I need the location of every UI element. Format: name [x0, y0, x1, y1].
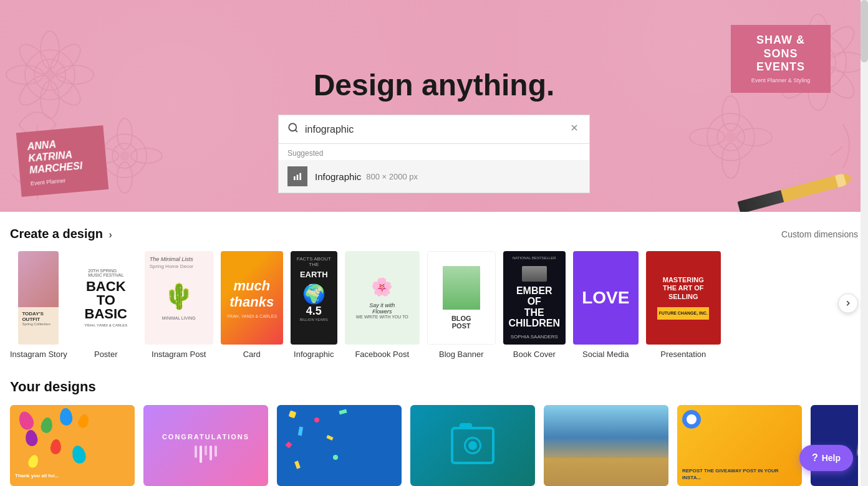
story-image	[18, 251, 59, 307]
camera-icon	[451, 427, 494, 464]
book-author: SOPHIA SAANDERS	[511, 334, 558, 340]
scrollbar-thumb[interactable]	[861, 0, 868, 62]
template-book-cover[interactable]: NATIONAL BESTSELLER EMBER OFTHECHILDREN …	[503, 251, 566, 359]
card-left-name: ANNA KATRINA MARCHESI	[27, 135, 97, 176]
template-label-social-media: Social Media	[582, 350, 629, 359]
design-card-3[interactable]	[277, 405, 402, 486]
search-input[interactable]	[305, 124, 568, 135]
presentation-title-text: MASTERINGTHE ART OFSELLING	[663, 276, 704, 301]
search-icon	[287, 122, 299, 136]
dropdown-item-size: 800 × 2000 px	[366, 172, 418, 181]
svg-line-41	[295, 130, 297, 131]
infographic-headline: EARTH	[300, 270, 328, 279]
design-card-2[interactable]: CONGRATULATIONS	[143, 405, 268, 486]
template-label-poster: Poster	[94, 350, 118, 359]
search-clear-button[interactable]	[568, 122, 581, 137]
template-label-instagram-story: Instagram Story	[10, 350, 67, 359]
template-card[interactable]: muchthanks YRAH, YANDI & CARLES Card	[221, 251, 283, 359]
hero-title: Design anything.	[314, 68, 555, 102]
svg-point-10	[45, 70, 55, 80]
template-label-infographic: Infographic	[294, 350, 334, 359]
presentation-thumb: MASTERINGTHE ART OFSELLING FUTURE CHANGE…	[646, 251, 721, 345]
template-poster[interactable]: 20TH SPRINGMUSIC FESTIVAL BACKTOBASIC YR…	[75, 251, 137, 359]
search-box	[278, 115, 590, 144]
templates-next-button[interactable]	[838, 293, 858, 313]
facebook-post-thumb: 🌸 Say it withFlowers WE WRITE WITH YOU T…	[345, 251, 420, 345]
svg-rect-45	[297, 174, 299, 180]
your-designs-section: Your designs Thank you all for...	[10, 379, 858, 486]
design-card-6[interactable]: REPOST THE GIVEAWAY POST IN YOUR INSTA..…	[677, 405, 802, 486]
help-button[interactable]: ? Help	[799, 445, 853, 471]
design-card-6-label: REPOST THE GIVEAWAY POST IN YOUR INSTA..…	[682, 468, 797, 481]
card-left-title: Event Planner	[30, 174, 98, 188]
templates-row: TODAY'S OUTFIT Spring Collection Instagr…	[10, 251, 858, 359]
template-label-card: Card	[243, 350, 261, 359]
dropdown-suggested-label: Suggested	[279, 144, 589, 160]
help-question-mark: ?	[812, 452, 818, 464]
scrollbar-track[interactable]	[861, 0, 868, 486]
card-thumb: muchthanks YRAH, YANDI & CARLES	[221, 251, 283, 345]
svg-point-40	[289, 123, 296, 131]
poster-thumb: 20TH SPRINGMUSIC FESTIVAL BACKTOBASIC YR…	[75, 251, 137, 345]
dropdown-item-name: Infographic	[315, 171, 361, 182]
template-label-facebook-post: Facebook Post	[355, 350, 409, 359]
infographic-thumb: FACTS ABOUT THE EARTH 🌍 4.5 BILLION YEAR…	[291, 251, 337, 345]
social-title-text: LOVE	[582, 289, 629, 307]
design-card-4[interactable]	[410, 405, 535, 486]
search-container: Suggested Infographic 800 × 2000 px	[278, 115, 590, 144]
svg-point-38	[726, 132, 736, 142]
template-instagram-story[interactable]: TODAY'S OUTFIT Spring Collection Instagr…	[10, 251, 67, 359]
template-presentation[interactable]: MASTERINGTHE ART OFSELLING FUTURE CHANGE…	[646, 251, 721, 359]
designs-grid: Thank you all for... CONGRATULATIONS	[10, 405, 858, 486]
custom-dimensions-button[interactable]: Custom dimensions	[781, 229, 858, 239]
dropdown-item-icon	[287, 166, 307, 186]
template-social-media[interactable]: LOVE Social Media	[573, 251, 639, 359]
card-right-subtitle: Event Planner & Styling	[742, 77, 819, 85]
blog-banner-thumb: BLOGPOST	[427, 251, 496, 345]
template-label-book-cover: Book Cover	[513, 350, 556, 359]
social-media-thumb: LOVE	[573, 251, 639, 345]
instagram-story-thumb: TODAY'S OUTFIT Spring Collection	[18, 251, 59, 345]
poster-title-text: BACKTOBASIC	[85, 280, 127, 321]
template-infographic[interactable]: FACTS ABOUT THE EARTH 🌍 4.5 BILLION YEAR…	[291, 251, 337, 359]
svg-line-39	[831, 146, 843, 156]
hero-card-right: SHAW &SONSEVENTS Event Planner & Styling	[731, 25, 831, 93]
create-section-chevron: ›	[109, 229, 112, 240]
infographic-substat: BILLION YEARS	[300, 318, 328, 322]
hero-banner: ANNA KATRINA MARCHESI Event Planner SHAW…	[0, 0, 868, 212]
your-designs-title: Your designs	[10, 379, 858, 395]
dropdown-infographic-item[interactable]: Infographic 800 × 2000 px	[279, 160, 589, 193]
hero-card-left: ANNA KATRINA MARCHESI Event Planner	[16, 125, 109, 197]
template-label-presentation: Presentation	[660, 350, 706, 359]
help-label: Help	[822, 453, 841, 463]
svg-point-17	[120, 151, 129, 160]
instagram-post-thumb: The Minimal Lists Spring Home Decor 🌵 MI…	[145, 251, 213, 345]
template-label-instagram-post: Instagram Post	[152, 350, 206, 359]
create-section-header: Create a design › Custom dimensions	[10, 227, 858, 241]
search-dropdown: Suggested Infographic 800 × 2000 px	[278, 144, 590, 193]
template-facebook-post[interactable]: 🌸 Say it withFlowers WE WRITE WITH YOU T…	[345, 251, 420, 359]
book-tag: NATIONAL BESTSELLER	[513, 256, 556, 260]
design-card-1[interactable]: Thank you all for...	[10, 405, 135, 486]
svg-rect-44	[294, 176, 296, 180]
infographic-stat: 4.5	[306, 305, 322, 318]
design-card-5[interactable]	[544, 405, 668, 486]
book-title-text: EMBER OFTHECHILDREN	[508, 285, 561, 329]
template-label-blog-banner: Blog Banner	[439, 350, 484, 359]
template-instagram-post[interactable]: The Minimal Lists Spring Home Decor 🌵 MI…	[145, 251, 213, 359]
templates-row-container: TODAY'S OUTFIT Spring Collection Instagr…	[10, 251, 858, 359]
main-content: Create a design › Custom dimensions TODA…	[0, 212, 868, 486]
create-section-title[interactable]: Create a design ›	[10, 227, 112, 241]
book-cover-thumb: NATIONAL BESTSELLER EMBER OFTHECHILDREN …	[503, 251, 566, 345]
card-right-brand: SHAW &SONSEVENTS	[742, 34, 819, 74]
svg-rect-46	[299, 173, 301, 180]
infographic-facts-label: FACTS ABOUT THE	[296, 256, 332, 267]
design-card-2-label: CONGRATULATIONS	[157, 428, 254, 446]
template-blog-banner[interactable]: BLOGPOST Blog Banner	[427, 251, 496, 359]
design-card-1-label: Thank you all for...	[15, 473, 59, 479]
